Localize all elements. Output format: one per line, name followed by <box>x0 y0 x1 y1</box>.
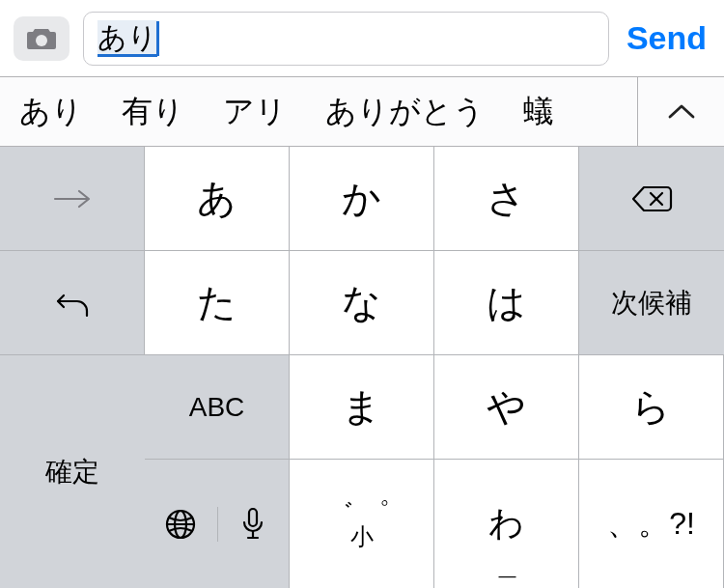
undo-icon <box>54 287 91 320</box>
confirm-key[interactable]: 確定 <box>0 355 145 588</box>
backspace-icon <box>630 184 673 213</box>
dictation-key[interactable] <box>217 507 290 542</box>
send-button[interactable]: Send <box>623 19 710 57</box>
expand-candidates-button[interactable] <box>637 77 724 146</box>
candidate-1[interactable]: 有り <box>102 91 204 133</box>
key-wa[interactable]: わ — <box>434 460 579 588</box>
chevron-up-icon <box>668 103 695 121</box>
key-ya[interactable]: や <box>434 355 579 460</box>
input-text: あり <box>97 18 157 58</box>
globe-mic-cell <box>145 460 290 588</box>
microphone-icon <box>241 507 265 542</box>
key-a[interactable]: あ <box>145 147 290 251</box>
key-wa-underline: — <box>499 566 515 586</box>
key-ta[interactable]: た <box>145 251 290 355</box>
camera-button[interactable] <box>14 16 70 61</box>
text-caret <box>156 21 159 56</box>
key-ka[interactable]: か <box>290 147 434 251</box>
dakuten-small: 小 <box>350 525 374 548</box>
kana-keyboard: あ か さ た な は 次候補 ABC ま や ら 確定 <box>0 147 724 588</box>
next-candidate-key[interactable]: 次候補 <box>579 251 724 355</box>
arrow-right-icon <box>52 188 93 210</box>
key-ma[interactable]: ま <box>290 355 434 460</box>
next-field-key[interactable] <box>0 147 145 251</box>
abc-mode-key[interactable]: ABC <box>145 355 290 460</box>
key-dakuten[interactable]: ゛゜ 小 <box>290 460 434 588</box>
globe-icon <box>164 508 197 541</box>
candidate-2[interactable]: アリ <box>204 91 306 133</box>
key-ra[interactable]: ら <box>579 355 724 460</box>
candidate-bar: あり 有り アリ ありがとう 蟻 <box>0 77 724 147</box>
svg-rect-7 <box>249 509 257 526</box>
compose-row: あり Send <box>0 0 724 77</box>
svg-point-0 <box>36 35 47 46</box>
globe-key[interactable] <box>145 508 217 541</box>
key-wa-label: わ <box>488 500 524 547</box>
key-sa[interactable]: さ <box>434 147 579 251</box>
candidate-0[interactable]: あり <box>0 91 102 133</box>
key-punct[interactable]: 、。?! <box>579 460 724 588</box>
key-ha[interactable]: は <box>434 251 579 355</box>
camera-icon <box>25 26 58 51</box>
backspace-key[interactable] <box>579 147 724 251</box>
undo-key[interactable] <box>0 251 145 355</box>
key-na[interactable]: な <box>290 251 434 355</box>
message-input[interactable]: あり <box>83 12 609 66</box>
candidate-3[interactable]: ありがとう <box>306 91 504 133</box>
candidate-4[interactable]: 蟻 <box>504 91 573 133</box>
